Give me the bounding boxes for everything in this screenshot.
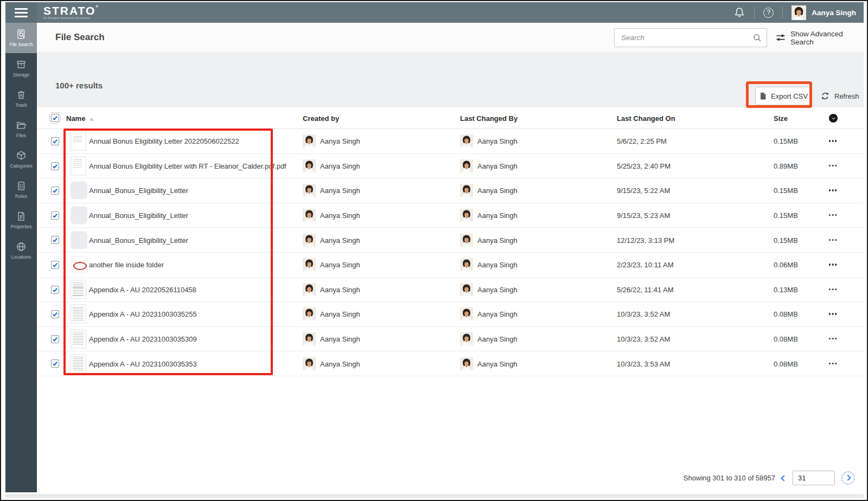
table-row: Annual_Bonus_Eligibility_Letter Aanya Si… [37, 203, 864, 228]
rules-icon [16, 181, 27, 191]
table-row: Annual_Bonus_Eligibility_Letter Aanya Si… [37, 178, 864, 203]
last-changed-on-value: 5/6/22, 2:25 PM [617, 137, 667, 145]
show-advanced-search-button[interactable]: Show Advanced Search [776, 23, 864, 53]
search-box [614, 28, 767, 47]
next-page-button[interactable] [841, 471, 855, 485]
file-name[interactable]: another file inside folder [89, 261, 164, 269]
sidebar-item-label: Rules [15, 194, 27, 199]
file-name[interactable]: Appendix A - AU 20231003035353 [89, 359, 197, 368]
sidebar-item-file-search[interactable]: File Search [5, 23, 37, 53]
column-header-created-by: Created by [303, 114, 339, 122]
last-changed-by-avatar [460, 184, 473, 197]
column-header-name[interactable]: Name [66, 114, 94, 122]
created-by-avatar [303, 184, 316, 197]
file-name[interactable]: Appendix A - AU 20231003035309 [89, 335, 197, 343]
sidebar-item-categories[interactable]: Categories [5, 144, 37, 175]
previous-page-icon[interactable] [781, 475, 787, 481]
row-checkbox[interactable] [51, 137, 59, 145]
file-size-value: 0.89MB [774, 162, 798, 170]
files-icon [16, 120, 27, 131]
row-actions-menu-icon[interactable] [829, 138, 839, 144]
row-actions-menu-icon[interactable] [829, 311, 839, 317]
main-area: File Search Show Advanced Search [37, 23, 864, 492]
notifications-bell-icon[interactable] [733, 7, 745, 18]
row-actions-menu-icon[interactable] [829, 237, 839, 243]
file-size-value: 0.08MB [774, 310, 798, 318]
last-changed-on-value: 2/23/23, 10:11 AM [617, 261, 674, 269]
row-checkbox[interactable] [51, 211, 59, 220]
last-changed-by-avatar [460, 258, 473, 271]
last-changed-by-avatar [460, 283, 473, 296]
column-settings-icon[interactable] [829, 114, 838, 123]
sidebar-item-locations[interactable]: Locations [5, 235, 37, 266]
table-row: Annual Bonus Eligibility Letter 20220506… [37, 129, 864, 154]
sidebar-item-label: Storage [13, 72, 29, 78]
row-checkbox[interactable] [51, 359, 59, 368]
user-menu[interactable]: Aanya Singh [792, 5, 856, 20]
row-actions-menu-icon[interactable] [829, 213, 839, 218]
created-by-name: Aanya Singh [320, 335, 360, 343]
sidebar-item-properties[interactable]: Properties [5, 205, 37, 235]
created-by-name: Aanya Singh [320, 137, 360, 145]
last-changed-by-name: Aanya Singh [477, 236, 518, 244]
row-checkbox[interactable] [51, 187, 59, 195]
row-checkbox[interactable] [51, 335, 59, 343]
last-changed-on-value: 10/3/23, 3:53 AM [617, 359, 670, 368]
user-name: Aanya Singh [812, 9, 856, 17]
sidebar-item-rules[interactable]: Rules [5, 175, 37, 205]
file-size-value: 0.15MB [774, 187, 798, 195]
row-checkbox[interactable] [51, 236, 59, 244]
last-changed-on-value: 10/3/23, 3:52 AM [617, 335, 670, 343]
refresh-button[interactable]: Refresh [820, 87, 859, 105]
file-size-value: 0.15MB [774, 137, 798, 145]
row-actions-menu-icon[interactable] [829, 188, 839, 193]
sort-ascending-icon [90, 118, 94, 120]
search-icon[interactable] [752, 33, 762, 43]
last-changed-by-name: Aanya Singh [477, 261, 518, 269]
file-name[interactable]: Annual_Bonus_Eligibility_Letter [89, 236, 188, 244]
sidebar-item-files[interactable]: Files [5, 114, 37, 144]
table-row: Appendix A - AU 20220526110458 Aanya Sin… [37, 278, 864, 303]
row-checkbox[interactable] [51, 162, 59, 170]
brand-logo[interactable]: STRATO® On Demand Document Generation [43, 5, 99, 20]
row-actions-menu-icon[interactable] [829, 262, 839, 267]
logo-text: STRATO [43, 4, 95, 17]
help-icon[interactable]: ? [763, 8, 774, 18]
file-name[interactable]: Annual_Bonus_Eligibility_Letter [89, 187, 188, 195]
row-actions-menu-icon[interactable] [829, 287, 839, 292]
next-page-icon [845, 474, 851, 480]
file-size-value: 0.06MB [774, 261, 798, 269]
file-name[interactable]: Annual_Bonus_Eligibility_Letter [89, 211, 188, 220]
search-input[interactable] [615, 29, 767, 47]
file-name[interactable]: Appendix A - AU 20231003035255 [89, 310, 197, 318]
row-checkbox[interactable] [51, 286, 59, 294]
row-checkbox[interactable] [51, 261, 59, 269]
sidebar-item-label: File Search [9, 42, 33, 47]
sidebar-item-storage[interactable]: Storage [5, 53, 37, 84]
last-changed-by-avatar [460, 209, 473, 222]
select-all-checkbox[interactable] [51, 114, 59, 122]
sidebar-item-trash[interactable]: Trash [5, 84, 37, 114]
last-changed-by-avatar [460, 307, 473, 320]
row-actions-menu-icon[interactable] [829, 163, 839, 169]
page-number-input[interactable] [793, 471, 835, 485]
file-name[interactable]: Annual Bonus Eligibility Letter 20220506… [89, 137, 239, 145]
export-csv-label: Export CSV [771, 92, 808, 100]
last-changed-on-value: 5/26/22, 11:41 AM [617, 285, 674, 293]
last-changed-on-value: 10/3/23, 3:52 AM [617, 310, 670, 318]
created-by-avatar [303, 159, 316, 172]
export-csv-button[interactable]: Export CSV [755, 87, 812, 105]
results-table: Name Created by Last Changed By Last Cha… [37, 107, 864, 492]
hamburger-menu-icon[interactable] [5, 2, 37, 23]
last-changed-by-name: Aanya Singh [477, 162, 518, 170]
last-changed-by-name: Aanya Singh [477, 335, 518, 343]
created-by-avatar [303, 283, 316, 296]
file-name[interactable]: Annual Bonus Eligibility Letter with RT … [89, 162, 286, 170]
created-by-name: Aanya Singh [320, 310, 360, 318]
file-name[interactable]: Appendix A - AU 20220526110458 [89, 285, 196, 293]
row-actions-menu-icon[interactable] [829, 361, 839, 367]
advanced-search-label: Show Advanced Search [790, 30, 864, 46]
file-size-value: 0.15MB [774, 236, 798, 244]
row-checkbox[interactable] [51, 310, 59, 318]
row-actions-menu-icon[interactable] [829, 336, 839, 342]
